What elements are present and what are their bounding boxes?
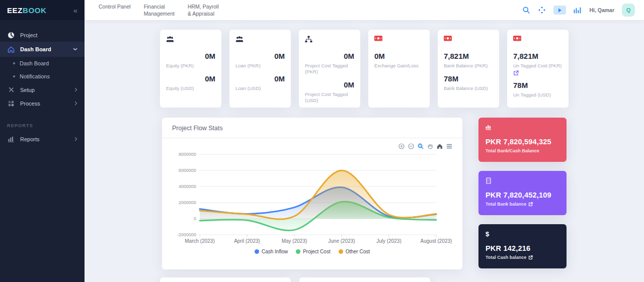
pie-chart-icon — [7, 32, 15, 39]
grid-icon — [7, 101, 15, 107]
sidebar-item-label: Project — [20, 32, 37, 38]
tools-icon — [7, 86, 15, 93]
kpi-label: Un Tagged Cost (PKR) — [513, 63, 562, 69]
avatar[interactable]: Q — [622, 4, 635, 17]
legend-dot-icon — [296, 249, 300, 254]
sidebar-item-setup[interactable]: Setup — [0, 83, 85, 97]
kpi-row: 0MEquity (PKR) 0MEquity (USD) 0MLoan (PK… — [160, 30, 569, 108]
svg-text:July (2023): July (2023) — [376, 238, 401, 244]
summary-value: PKR 7,820,452,109 — [486, 191, 559, 200]
sidebar-header: EEZBOOK « — [0, 0, 85, 20]
kpi-label: Project Cost Tagged (PKR) — [305, 63, 354, 75]
money-icon — [374, 36, 424, 44]
chart-row: Project Flow Stats 800000060000004000000… — [162, 118, 567, 269]
kpi-label: Loan (PKR) — [235, 63, 285, 69]
kpi-value: 0M — [166, 74, 215, 83]
kpi-label: Loan (USD) — [235, 85, 285, 91]
expand-icon[interactable] — [538, 6, 546, 14]
svg-text:-2000000: -2000000 — [177, 232, 196, 237]
svg-text:6000000: 6000000 — [179, 168, 196, 173]
chart-selection-zoom-icon[interactable] — [418, 143, 424, 149]
project-flow-card: Project Flow Stats 800000060000004000000… — [162, 118, 462, 269]
kpi-card-untagged: 7,821MUn Tagged Cost (PKR) 78MUn Tagged … — [507, 30, 569, 108]
summary-card-cash-balance: $ PKR 142,216 Total Cash balance — [478, 224, 567, 268]
sidebar-subitem-dashboard[interactable]: Dash Board — [0, 57, 85, 70]
chart-menu-icon[interactable] — [446, 143, 452, 149]
users-icon — [235, 36, 285, 44]
chart-zoom-in-icon[interactable] — [398, 143, 405, 149]
external-link-icon[interactable] — [513, 70, 519, 76]
kpi-label: Equity (PKR) — [166, 63, 215, 69]
sidebar-item-reports[interactable]: Reports — [0, 132, 85, 146]
svg-text:March (2023): March (2023) — [185, 238, 214, 244]
chevron-right-icon — [74, 137, 77, 141]
chart-zoom-out-icon[interactable] — [408, 143, 414, 149]
legend-item[interactable]: Cash Inflow — [255, 249, 288, 254]
bar-chart-icon — [7, 136, 15, 142]
bottom-row — [160, 277, 569, 282]
legend-item[interactable]: Project Cost — [296, 249, 330, 254]
chart-icon — [486, 124, 559, 131]
legend-dot-icon — [255, 249, 259, 254]
search-icon[interactable] — [522, 6, 530, 14]
kpi-card-project-cost-tagged: 0MProject Cost Tagged (PKR) 0MProject Co… — [299, 30, 360, 108]
svg-text:4000000: 4000000 — [179, 184, 196, 189]
kpi-value: 0M — [305, 80, 354, 89]
external-link-icon[interactable] — [528, 255, 533, 260]
svg-text:April (2023): April (2023) — [234, 238, 260, 244]
chart-pan-icon[interactable] — [427, 143, 433, 149]
summary-label: Total Bank balance — [486, 202, 526, 207]
topbar: Control Panel Financial Management HRM, … — [85, 0, 644, 20]
bank-icon — [486, 177, 559, 184]
stats-icon[interactable] — [574, 7, 582, 14]
money-icon — [444, 36, 493, 44]
nav-control-panel[interactable]: Control Panel — [99, 3, 131, 17]
sidebar-item-label: Setup — [20, 87, 35, 93]
card-partial — [160, 277, 291, 282]
summary-label: Total Bank/Cash Balance — [486, 148, 539, 153]
kpi-value: 0M — [166, 52, 215, 61]
app-logo[interactable]: EEZBOOK — [7, 6, 46, 15]
play-icon — [558, 8, 562, 13]
sidebar-menu: Project Dash Board Dash Board Notificati… — [0, 20, 85, 146]
sidebar-subitem-notifications[interactable]: Notifications — [0, 70, 85, 83]
money-icon — [513, 36, 562, 44]
kpi-card-bank-balance: 7,821MBank Balance (PKR) 78MBank Balance… — [438, 30, 499, 108]
card-partial — [299, 277, 430, 282]
bullet-icon — [13, 75, 15, 77]
legend-item[interactable]: Other Cost — [339, 249, 370, 254]
summary-column: PKR 7,820,594,325 Total Bank/Cash Balanc… — [478, 118, 567, 269]
nav-financial-management[interactable]: Financial Management — [144, 3, 175, 17]
svg-text:0: 0 — [194, 216, 196, 221]
play-button[interactable] — [553, 6, 566, 15]
chart-home-icon[interactable] — [437, 143, 443, 149]
kpi-label: Bank Balance (PKR) — [444, 63, 493, 69]
kpi-value: 78M — [444, 74, 493, 83]
chart-toolbar — [398, 143, 452, 149]
chart-title: Project Flow Stats — [162, 118, 462, 138]
sidebar-item-project[interactable]: Project — [0, 28, 85, 42]
external-link-icon[interactable] — [528, 202, 533, 207]
chevron-right-icon — [74, 87, 77, 92]
main-content: 0MEquity (PKR) 0MEquity (USD) 0MLoan (PK… — [85, 20, 644, 282]
kpi-card-equity: 0MEquity (PKR) 0MEquity (USD) — [160, 30, 221, 108]
sidebar-section-reports: REPORTS — [0, 119, 85, 132]
legend-dot-icon — [339, 249, 343, 254]
kpi-label: Exchange Gain/Loss — [374, 63, 424, 69]
users-icon — [166, 36, 215, 44]
sidebar-subitem-label: Notifications — [20, 73, 50, 79]
svg-text:2000000: 2000000 — [179, 200, 196, 205]
sidebar-item-process[interactable]: Process — [0, 97, 85, 110]
bullet-icon — [13, 62, 15, 64]
sitemap-icon — [305, 36, 354, 44]
sidebar-item-dashboard[interactable]: Dash Board — [0, 42, 85, 57]
project-flow-chart[interactable]: 80000006000000400000020000000-2000000Mar… — [167, 141, 457, 246]
nav-hrm-payroll[interactable]: HRM, Payroll & Appraisal — [188, 3, 219, 17]
chevron-right-icon — [74, 101, 77, 106]
kpi-value: 0M — [305, 52, 354, 61]
kpi-label: Bank Balance (USD) — [444, 85, 493, 91]
chevron-down-icon — [73, 48, 77, 51]
kpi-value: 7,821M — [513, 52, 562, 61]
sidebar-collapse-icon[interactable]: « — [73, 6, 77, 15]
svg-text:June (2023): June (2023) — [328, 238, 355, 244]
